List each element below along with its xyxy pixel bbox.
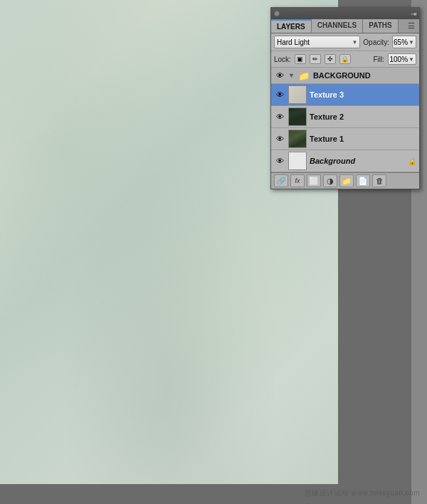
panel-toolbar: 🔗 fx ⬜ ◑ 📁 📄 🗑 [271, 172, 419, 189]
blend-mode-arrow: ▼ [352, 39, 357, 46]
opacity-value: 65% [394, 38, 408, 46]
layer-thumb-1 [288, 107, 307, 126]
layer-thumb-0 [288, 85, 307, 104]
fill-value: 100% [390, 56, 408, 63]
add-mask-btn[interactable]: ⬜ [307, 174, 321, 187]
group-folder-icon: 📁 [297, 70, 310, 81]
lock-paint-btn[interactable]: ✏ [310, 54, 321, 64]
thumb-bg [289, 152, 306, 169]
fill-label: Fill: [373, 56, 384, 63]
blend-mode-value: Hard Light [277, 38, 310, 46]
delete-layer-btn[interactable]: 🗑 [372, 174, 386, 187]
layer-thumb-2 [288, 130, 307, 148]
tab-paths[interactable]: PATHS [363, 19, 398, 33]
watermark: 思缘设计论坛 www.missyuan.com [305, 488, 420, 498]
group-btn[interactable]: 📁 [339, 174, 354, 187]
tab-layers[interactable]: LAYERS [271, 19, 312, 33]
layer-visibility-btn-2[interactable]: 👁 [274, 133, 285, 145]
layer-row-texture1[interactable]: 👁 Texture 1 [271, 128, 419, 150]
thumb-texture1 [289, 130, 306, 147]
panel-tabs: LAYERS CHANNELS PATHS ☰ [271, 19, 419, 33]
layer-visibility-btn-3[interactable]: 👁 [274, 155, 285, 167]
thumb-texture3 [289, 86, 306, 103]
lock-label: Lock: [274, 56, 291, 63]
lock-pixels-btn[interactable]: ▣ [295, 54, 306, 64]
adjustment-btn[interactable]: ◑ [323, 174, 337, 187]
panel-collapse-icon[interactable]: ⇥ [411, 10, 416, 18]
lock-row: Lock: ▣ ✏ ✣ 🔒 Fill: 100% ▼ [271, 51, 419, 68]
blend-row: Hard Light ▼ Opacity: 65% ▼ [271, 33, 419, 51]
fill-arrow: ▼ [408, 56, 414, 63]
new-layer-btn[interactable]: 📄 [356, 174, 370, 187]
layer-row-background[interactable]: 👁 Background 🔒 [271, 150, 419, 172]
tab-channels[interactable]: CHANNELS [312, 19, 364, 33]
fill-input[interactable]: 100% ▼ [388, 53, 416, 65]
group-expand-icon[interactable]: ▼ [288, 72, 295, 79]
panel-menu-icon[interactable]: ☰ [404, 19, 419, 33]
lock-move-btn[interactable]: ✣ [325, 54, 336, 64]
group-name: BACKGROUND [313, 71, 371, 80]
opacity-label: Opacity: [363, 38, 389, 46]
lock-all-btn[interactable]: 🔒 [339, 54, 351, 64]
opacity-input[interactable]: 65% ▼ [392, 36, 416, 48]
layer-group-row[interactable]: 👁 ▼ 📁 BACKGROUND [271, 68, 419, 84]
layer-fx-btn[interactable]: fx [290, 174, 305, 187]
group-visibility-btn[interactable]: 👁 [274, 70, 285, 81]
layer-name-1: Texture 2 [310, 112, 344, 121]
layer-row-texture3[interactable]: 👁 Texture 3 [271, 84, 419, 106]
thumb-texture2 [289, 108, 306, 125]
layer-name-3: Background [310, 157, 355, 165]
layer-name-2: Texture 1 [310, 135, 344, 143]
opacity-arrow: ▼ [408, 39, 414, 46]
layer-name-0: Texture 3 [310, 90, 344, 99]
layer-visibility-btn-0[interactable]: 👁 [274, 89, 285, 100]
link-layers-btn[interactable]: 🔗 [274, 174, 288, 187]
layers-list: 👁 ▼ 📁 BACKGROUND 👁 Texture 3 👁 Texture 2… [271, 68, 419, 172]
layers-panel: ⇥ LAYERS CHANNELS PATHS ☰ Hard Light ▼ O… [270, 7, 420, 189]
layer-thumb-3 [288, 152, 307, 170]
panel-controls [274, 11, 280, 16]
blend-mode-select[interactable]: Hard Light ▼ [274, 36, 360, 48]
layer-visibility-btn-1[interactable]: 👁 [274, 111, 285, 122]
background-lock-icon: 🔒 [408, 157, 416, 165]
watermark-text: 思缘设计论坛 www.missyuan.com [305, 489, 420, 497]
panel-close-dot[interactable] [274, 11, 280, 16]
layer-row-texture2[interactable]: 👁 Texture 2 [271, 106, 419, 128]
panel-titlebar: ⇥ [271, 8, 419, 19]
